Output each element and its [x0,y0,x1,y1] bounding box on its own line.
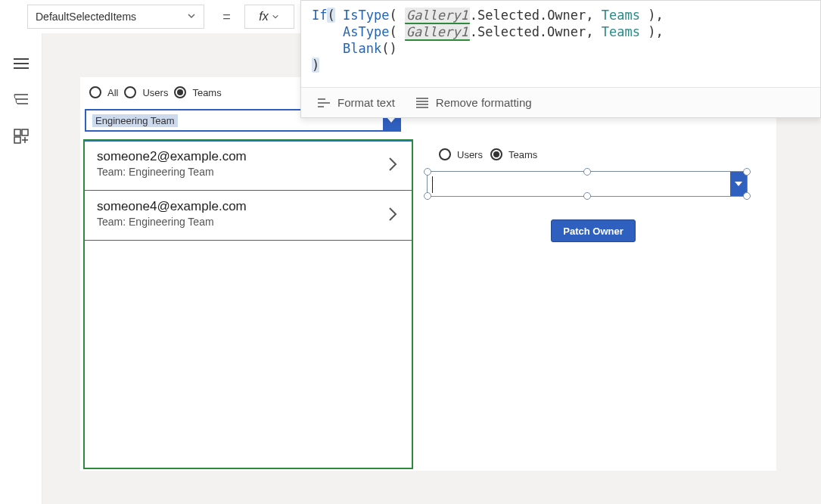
radio-users[interactable]: Users [124,86,168,98]
left-filter-row: All Users Teams [89,86,222,98]
chevron-down-icon [272,13,279,20]
radio-icon [439,148,451,160]
chevron-right-icon [387,206,398,226]
resize-handle[interactable] [743,192,751,200]
formula-toolbar: Format text Remove formatting [301,87,820,117]
property-dropdown-value: DefaultSelectedItems [36,11,136,23]
selected-combobox[interactable] [427,171,748,197]
right-filter-row: Users Teams [439,148,761,160]
gallery-item[interactable]: someone4@example.com Team: Engineering T… [85,191,412,241]
chevron-down-icon [387,118,395,123]
chevron-down-icon [187,11,196,23]
radio-label: Teams [192,87,221,98]
app-screen: All Users Teams Engineering Team someone… [80,77,776,471]
remove-formatting-button[interactable]: Remove formatting [416,96,532,109]
format-text-button[interactable]: Format text [318,96,395,109]
fn-astype: AsType [343,24,389,39]
property-dropdown[interactable]: DefaultSelectedItems [27,5,204,29]
patch-owner-button[interactable]: Patch Owner [551,219,636,242]
ref-gallery1: Gallery1 [405,8,470,24]
tree-view-icon[interactable] [14,92,29,106]
gallery-item-subtitle: Team: Engineering Team [97,216,400,228]
remove-formatting-label: Remove formatting [436,96,532,109]
format-text-icon [318,98,330,108]
formula-bar-expanded[interactable]: If( IsType( Gallery1.Selected.Owner, Tea… [300,0,821,118]
gallery-item[interactable]: someone2@example.com Team: Engineering T… [85,141,412,191]
ref-teams: Teams [602,8,640,23]
resize-handle[interactable] [424,168,431,176]
resize-handle[interactable] [583,192,591,200]
text-caret [432,176,433,193]
radio-all[interactable]: All [89,86,118,98]
resize-handle[interactable] [743,168,751,176]
remove-formatting-icon [416,98,428,108]
svg-rect-10 [14,129,20,135]
chevron-right-icon [387,156,398,176]
equals-sign: = [222,9,231,25]
svg-rect-12 [14,137,20,143]
insert-icon[interactable] [14,129,29,144]
radio-label: All [107,87,118,98]
radio-teams[interactable]: Teams [174,86,221,98]
radio-icon [89,86,101,98]
format-text-label: Format text [337,96,395,109]
ref-teams: Teams [602,24,640,39]
bracket-open: ( [327,8,334,23]
right-column: Users Teams Patch Owner [425,148,761,242]
gallery-item-title: someone4@example.com [97,199,400,214]
gallery-item-subtitle: Team: Engineering Team [97,166,400,178]
gallery[interactable]: someone2@example.com Team: Engineering T… [83,139,413,469]
fx-label: fx [259,10,268,23]
fn-istype: IsType [343,8,389,23]
resize-handle[interactable] [583,168,591,176]
fx-button[interactable]: fx [244,5,294,29]
fn-if: If [312,8,327,23]
radio-label: Teams [508,149,537,160]
ref-gallery1: Gallery1 [405,24,470,41]
radio-icon [490,148,502,160]
radio-icon [174,86,186,98]
fn-blank: Blank [343,41,381,56]
bracket-close: ) [312,58,319,73]
radio-teams-right[interactable]: Teams [490,148,537,160]
radio-label: Users [142,87,168,98]
gallery-item-title: someone2@example.com [97,149,400,164]
chevron-down-icon [735,182,742,186]
resize-handle[interactable] [424,192,431,200]
left-rail [0,33,42,504]
radio-icon [124,86,136,98]
radio-users-right[interactable]: Users [439,148,483,160]
radio-label: Users [457,149,483,160]
combobox-selected: Engineering Team [92,114,178,127]
svg-rect-11 [22,129,28,135]
formula-text[interactable]: If( IsType( Gallery1.Selected.Owner, Tea… [301,1,820,81]
hamburger-icon[interactable] [14,58,29,70]
